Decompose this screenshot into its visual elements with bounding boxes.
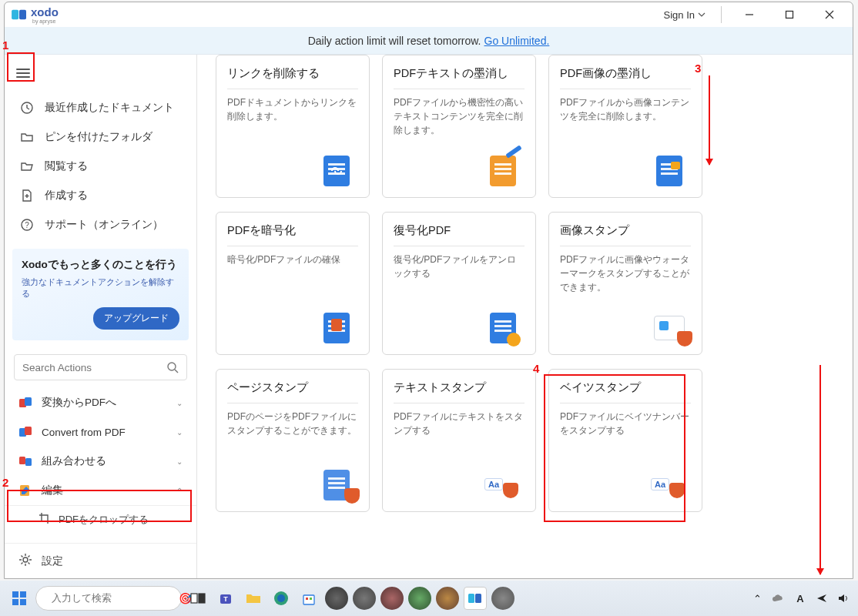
taskbar-app-6[interactable] [491, 587, 514, 610]
gear-icon [18, 553, 32, 569]
svg-line-8 [175, 370, 178, 373]
svg-rect-13 [19, 457, 25, 464]
taskbar-app-4[interactable] [408, 587, 431, 610]
svg-rect-20 [20, 599, 26, 605]
taskbar-search-input[interactable] [52, 593, 173, 604]
card-title: 画像スタンプ [560, 223, 691, 238]
svg-rect-14 [25, 458, 32, 466]
search-input[interactable] [22, 362, 166, 373]
card-image-stamp[interactable]: 画像スタンプ PDFファイルに画像やウォーターマークをスタンプすることができます… [548, 212, 702, 355]
card-title: リンクを削除する [227, 66, 358, 81]
nav-label: 閲覧する [45, 159, 88, 173]
app-byline: by apryse [32, 18, 59, 24]
taskbar-app-3[interactable] [380, 587, 404, 610]
system-tray[interactable]: ⌃ A [749, 581, 852, 616]
app-name: xodo [31, 5, 59, 18]
xodo-logo-icon [11, 8, 28, 22]
upgrade-button[interactable]: アップグレード [93, 307, 179, 330]
card-redact-image[interactable]: PDF画像の墨消し PDFファイルから画像コンテンツを完全に削除します。 [548, 55, 702, 198]
maximize-button[interactable] [773, 4, 806, 25]
annotation-label-3: 3 [695, 62, 701, 75]
card-desc: PDFドキュメントからリンクを削除します。 [227, 95, 358, 123]
svg-rect-30 [306, 598, 308, 600]
task-view-button[interactable] [186, 587, 209, 610]
annotation-arrow-3 [709, 75, 710, 165]
card-page-stamp[interactable]: ページスタンプ PDFのページをPDFファイルにスタンプすることができます。 [216, 369, 370, 512]
svg-text:T: T [223, 595, 228, 603]
minimize-button[interactable] [732, 4, 766, 25]
svg-rect-17 [12, 591, 18, 598]
svg-point-16 [23, 557, 28, 562]
category-convert-from-pdf[interactable]: Convert from PDF ⌄ [5, 417, 196, 447]
category-label: Convert from PDF [42, 427, 126, 438]
svg-rect-24 [199, 594, 205, 603]
svg-rect-1 [19, 10, 26, 20]
folder-pin-icon [20, 130, 34, 144]
annotation-box-2 [7, 490, 192, 522]
nav-create[interactable]: 作成する [5, 181, 196, 210]
convert-to-icon [18, 396, 32, 410]
chevron-down-icon [698, 12, 706, 17]
category-convert-to-pdf[interactable]: 変換からPDFへ ⌄ [5, 388, 196, 417]
promo-panel: Xodoでもっと多くのことを行う 強力なドキュメントアクションを解除する アップ… [12, 249, 189, 340]
annotation-arrow-right [819, 365, 821, 574]
onedrive-icon[interactable] [770, 590, 787, 607]
annotation-label-2: 2 [2, 476, 8, 489]
xodo-taskbar-icon[interactable] [464, 587, 487, 610]
card-remove-links[interactable]: リンクを削除する PDFドキュメントからリンクを削除します。 [216, 55, 370, 198]
image-stamp-icon [646, 310, 692, 346]
card-title: PDFを暗号化 [227, 223, 358, 238]
main-content[interactable]: リンクを削除する PDFドキュメントからリンクを削除します。 PDFテキストの墨… [197, 55, 853, 578]
banner: Daily action limit will reset tomorrow. … [5, 27, 853, 55]
search-icon [166, 361, 179, 373]
card-title: PDF画像の墨消し [560, 66, 691, 81]
card-encrypt-pdf[interactable]: PDFを暗号化 暗号化/PDFファイルの確保 [216, 212, 370, 355]
banner-text: Daily action limit will reset tomorrow. [308, 35, 481, 47]
close-button[interactable] [813, 4, 846, 25]
settings-label: 設定 [42, 554, 63, 568]
taskbar-app-5[interactable] [436, 587, 459, 610]
nav-settings[interactable]: 設定 [5, 543, 196, 578]
sign-in-button[interactable]: Sign In [659, 6, 710, 24]
search-actions-box[interactable] [14, 354, 187, 380]
card-decrypt-pdf[interactable]: 復号化PDF 復号化/PDFファイルをアンロックする [382, 212, 536, 355]
windows-taskbar[interactable]: 🎯 T ⌃ A [0, 581, 858, 616]
taskbar-app-2[interactable] [353, 587, 376, 610]
nav-label: ピンを付けたフォルダ [45, 130, 152, 144]
app-logo: xodo by apryse [11, 5, 59, 24]
nav-browse[interactable]: 閲覧する [5, 152, 196, 181]
ime-icon[interactable]: A [792, 590, 809, 607]
tray-chevron-icon[interactable]: ⌃ [749, 590, 766, 607]
nav-recent-documents[interactable]: 最近作成したドキュメント [5, 93, 196, 122]
card-redact-text[interactable]: PDFテキストの墨消し PDFファイルから機密性の高いテキストコンテンツを完全に… [382, 55, 536, 198]
titlebar: xodo by apryse Sign In [5, 2, 853, 27]
redact-text-icon [480, 152, 526, 189]
go-unlimited-link[interactable]: Go Unlimited. [484, 35, 550, 47]
nav-pinned-folders[interactable]: ピンを付けたフォルダ [5, 122, 196, 152]
nav-support[interactable]: ? サポート（オンライン） [5, 210, 196, 239]
taskbar-app-1[interactable] [325, 587, 348, 610]
redact-image-icon [646, 152, 692, 189]
chevron-down-icon: ⌄ [176, 399, 183, 407]
card-desc: 暗号化/PDFファイルの確保 [227, 253, 358, 266]
edge-icon[interactable] [270, 587, 293, 610]
nav-label: サポート（オンライン） [45, 218, 163, 232]
store-icon[interactable] [297, 587, 320, 610]
category-combine[interactable]: 組み合わせる ⌄ [5, 447, 196, 476]
svg-point-7 [168, 363, 176, 370]
help-icon: ? [20, 218, 34, 232]
airplane-mode-icon[interactable] [813, 590, 830, 607]
text-stamp-icon: Aa [480, 467, 526, 504]
taskbar-search[interactable]: 🎯 [35, 586, 182, 611]
svg-rect-29 [303, 595, 314, 604]
teams-icon[interactable]: T [214, 587, 237, 610]
annotation-box-1 [7, 52, 35, 82]
card-desc: 復号化/PDFファイルをアンロックする [394, 253, 525, 280]
start-button[interactable] [8, 587, 31, 610]
volume-icon[interactable] [835, 590, 852, 607]
file-explorer-icon[interactable] [242, 587, 265, 610]
divider [721, 6, 722, 23]
svg-rect-32 [468, 594, 474, 603]
card-text-stamp[interactable]: テキストスタンプ PDFファイルにテキストをスタンプする Aa [382, 369, 536, 512]
svg-rect-3 [786, 12, 793, 18]
